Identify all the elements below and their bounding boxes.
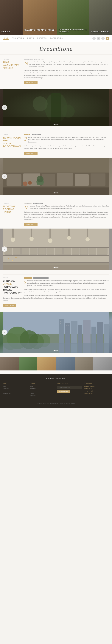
svg-rect-14 <box>90 174 106 186</box>
svg-rect-64 <box>60 321 60 322</box>
svg-rect-77 <box>65 344 70 352</box>
slider-1: ‹ <box>0 89 112 126</box>
footer-col-archives: ARCHIVES September 2015 (1) April 2015 (… <box>84 382 109 397</box>
footer-newsletter-title: NEWSLETTER <box>57 382 82 384</box>
footer-page-pagination[interactable]: Pagination <box>30 388 55 390</box>
nav-home[interactable]: HOME <box>3 37 8 40</box>
dot-3-2[interactable] <box>56 267 56 268</box>
facebook-icon[interactable]: f <box>92 37 96 40</box>
svg-rect-69 <box>68 325 69 326</box>
article-1-category: TRAVEL <box>3 58 22 60</box>
nav-posts[interactable]: POSTS <box>27 37 34 40</box>
footer-archive-sep2015[interactable]: September 2015 (1) <box>84 385 109 388</box>
svg-rect-21 <box>3 188 109 195</box>
dot-4-2[interactable] <box>56 350 56 351</box>
footer: FOLLOW WORTHYE META Log in Entries RSS C… <box>0 374 112 408</box>
article-2-title-rest: TO GO TAIWAN <box>3 145 21 148</box>
nav-categories[interactable]: CATEGORIES <box>50 37 63 40</box>
googleplus-icon[interactable]: g <box>101 37 105 40</box>
footer-meta-comments[interactable]: Comments RSS <box>3 390 28 392</box>
slider-3-prev[interactable]: ‹ <box>2 246 7 252</box>
svg-rect-76 <box>59 344 64 352</box>
article-1-title-highlight: WARM FUZZY <box>3 64 19 67</box>
dot-2[interactable] <box>56 124 56 125</box>
slider-1-dots <box>54 124 58 125</box>
drop-cap-4: S <box>24 280 27 284</box>
svg-point-18 <box>23 182 28 186</box>
article-2-tag-2: ADVENTURES <box>32 134 41 135</box>
svg-rect-6 <box>3 117 109 126</box>
article-1-read-more[interactable]: READ MORE <box>24 82 38 84</box>
article-2-header: TRAVEL TAIWAN FOOD: THE PLACE TO GO TAIW… <box>3 134 109 155</box>
dot-4-3[interactable] <box>57 350 58 351</box>
svg-rect-11 <box>42 174 55 186</box>
nav-formats[interactable]: FORMATS <box>37 37 47 40</box>
banner-section-1[interactable]: SICHUAN <box>0 0 22 35</box>
footer-archive-jan2013[interactable]: January 2013 (1) <box>84 392 109 395</box>
main-content: TRAVEL THAT WARM FUZZY FEELING JUNE 15, … <box>0 55 112 374</box>
article-2-meta-row: RECIPE ADVENTURES <box>24 134 109 135</box>
twitter-icon[interactable]: t <box>97 37 100 40</box>
article-1: TRAVEL THAT WARM FUZZY FEELING JUNE 15, … <box>0 58 112 84</box>
article-3-wrapper: TRAVEL FLOATING ROCKING HORSE MOMENTS AD… <box>0 202 112 226</box>
site-title-area: DreamStone <box>0 42 112 55</box>
thumb-4[interactable] <box>56 358 75 370</box>
dot-2-1[interactable] <box>54 192 55 194</box>
thumb-5[interactable] <box>75 358 93 370</box>
footer-page-posts[interactable]: Posts <box>30 390 55 392</box>
slider-prev[interactable]: ‹ <box>2 105 7 110</box>
footer-meta-entries[interactable]: Entries RSS <box>3 388 28 390</box>
svg-rect-75 <box>3 344 109 353</box>
article-4-meta-row: CITYSCAPE TRAVEL PHOTOGRAPHY <box>24 277 109 279</box>
footer-follow-label: FOLLOW WORTHYE <box>3 378 109 380</box>
nav-pagination[interactable]: PAGINATION <box>12 37 24 40</box>
footer-email-input[interactable] <box>57 386 82 389</box>
footer-archive-jan2015[interactable]: January 2015 (1) <box>84 390 109 392</box>
article-3-title-rest: HORSE <box>3 211 12 214</box>
site-title: DreamStone <box>0 45 112 52</box>
banner-section-4[interactable]: A BACKP... EUROPE <box>90 0 112 35</box>
svg-rect-9 <box>6 174 22 186</box>
svg-rect-20 <box>3 158 109 172</box>
article-2-read-more[interactable]: READ MORE <box>24 152 38 155</box>
svg-rect-40 <box>30 248 37 255</box>
separator-3 <box>3 274 109 274</box>
svg-point-52 <box>12 260 13 261</box>
footer-col-pages: PAGES Home Pagination Posts Formats Cate… <box>30 382 55 397</box>
article-2-category: TRAVEL <box>3 134 22 135</box>
footer-page-home[interactable]: Home <box>30 385 55 388</box>
dot-1[interactable] <box>54 124 55 125</box>
slider-2-prev[interactable]: ‹ <box>2 174 7 179</box>
svg-rect-44 <box>64 248 71 255</box>
thumb-3[interactable] <box>37 358 56 370</box>
footer-subscribe-button[interactable]: SUBSCRIBE <box>57 390 70 393</box>
dot-2-2[interactable] <box>56 192 56 194</box>
article-3-read-more[interactable]: READ MORE <box>24 223 38 226</box>
footer-archive-apr2015[interactable]: April 2015 (1) <box>84 388 109 390</box>
article-4-tag-1: CITYSCAPE <box>24 277 32 279</box>
thumb-6[interactable] <box>93 358 112 370</box>
nav-bar: HOME PAGINATION POSTS FORMATS CATEGORIES… <box>0 35 112 42</box>
dot-2-3[interactable] <box>57 192 58 194</box>
dot-4-1[interactable] <box>54 350 55 351</box>
slider-4: ‹ <box>0 312 112 353</box>
slider-4-prev[interactable]: ‹ <box>2 330 7 335</box>
slider-4-dots <box>54 350 58 351</box>
dot-3-1[interactable] <box>54 267 55 268</box>
thumb-1[interactable] <box>0 358 19 370</box>
thumb-2[interactable] <box>19 358 37 370</box>
footer-page-categories[interactable]: Categories <box>30 394 55 397</box>
rss-icon[interactable]: ★ <box>106 37 109 40</box>
footer-page-formats[interactable]: Formats <box>30 392 55 395</box>
banner-section-3[interactable]: TAIWAN FOOD:THE REASON TO GO TAIWAN <box>57 0 90 35</box>
dot-3-3[interactable] <box>57 267 58 268</box>
article-4-read-more[interactable]: READ MORE <box>3 304 16 307</box>
footer-meta-login[interactable]: Log in <box>3 385 28 388</box>
article-1-left: TRAVEL THAT WARM FUZZY FEELING <box>3 58 22 84</box>
slider-1-image <box>0 89 112 126</box>
footer-meta-wordpress[interactable]: WordPress.org <box>3 392 28 395</box>
svg-point-4 <box>33 96 48 111</box>
svg-rect-46 <box>80 248 88 255</box>
banner-section-2[interactable]: FLOATING ROCKING HORSE <box>22 0 57 35</box>
dot-3[interactable] <box>57 124 58 125</box>
